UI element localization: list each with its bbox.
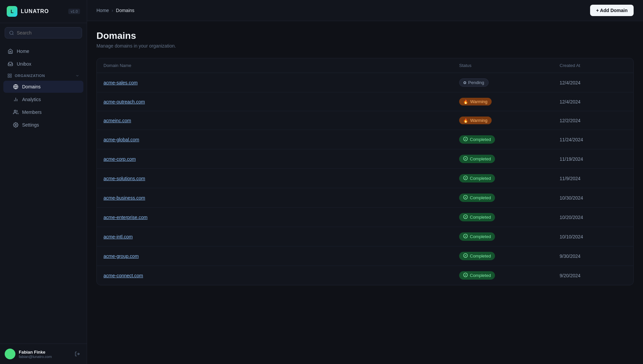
domain-link[interactable]: acme-global.com <box>103 137 139 142</box>
sidebar-item-analytics-label: Analytics <box>22 97 41 102</box>
search-container <box>0 23 87 43</box>
status-badge: 🔥 Warming <box>459 117 492 124</box>
domain-link[interactable]: acme-enterprise.com <box>103 215 148 220</box>
users-icon <box>13 109 19 115</box>
svg-rect-3 <box>10 76 11 77</box>
svg-point-0 <box>10 31 13 34</box>
domain-link[interactable]: acme-sales.com <box>103 80 138 85</box>
table-row[interactable]: acme-connect.com Completed 9/20/2024 <box>97 266 633 285</box>
inbox-icon <box>7 61 13 67</box>
status-text: Completed <box>470 137 491 142</box>
table-row[interactable]: acme-business.com Completed 10/30/2024 <box>97 188 633 208</box>
sidebar-item-analytics[interactable]: Analytics <box>3 93 83 105</box>
status-text: Completed <box>470 234 491 239</box>
avatar <box>5 349 15 359</box>
sidebar: L LUNATRO v1.0 Home Unib <box>0 0 87 364</box>
domain-link[interactable]: acme-group.com <box>103 253 139 259</box>
table-row[interactable]: acme-corp.com Completed 11/19/2024 <box>97 149 633 169</box>
table-row[interactable]: acme-global.com Completed 11/24/2024 <box>97 130 633 149</box>
domain-link[interactable]: acme-outreach.com <box>103 99 145 104</box>
topbar: Home › Domains + Add Domain <box>87 0 643 21</box>
check-icon <box>463 175 468 181</box>
domain-link[interactable]: acme-solutions.com <box>103 176 145 181</box>
search-box[interactable] <box>5 27 82 39</box>
fire-icon: 🔥 <box>463 99 468 104</box>
table-row[interactable]: acme-intl.com Completed 10/10/2024 <box>97 227 633 246</box>
table-row[interactable]: acme-group.com Completed 9/30/2024 <box>97 246 633 266</box>
domain-link[interactable]: acme-corp.com <box>103 156 136 162</box>
sidebar-item-settings[interactable]: Settings <box>3 119 83 131</box>
page-subtitle: Manage domains in your organization. <box>96 43 634 49</box>
created-at: 11/9/2024 <box>560 176 627 181</box>
status-text: Completed <box>470 253 491 259</box>
search-input[interactable] <box>17 30 78 35</box>
domain-link[interactable]: acmeinc.com <box>103 118 131 123</box>
domains-table: Domain Name Status Created At acme-sales… <box>96 58 634 285</box>
sidebar-item-home[interactable]: Home <box>3 45 83 57</box>
domain-link[interactable]: acme-intl.com <box>103 234 133 239</box>
table-row[interactable]: acmeinc.com 🔥 Warming 12/2/2024 <box>97 111 633 130</box>
chart-icon <box>13 96 19 102</box>
add-domain-button[interactable]: + Add Domain <box>590 5 634 16</box>
user-email: fabian@lunatro.com <box>19 355 69 359</box>
table-row[interactable]: acme-enterprise.com Completed 10/20/2024 <box>97 208 633 227</box>
app-name: LUNATRO <box>21 8 49 14</box>
content-area: Domains Manage domains in your organizat… <box>87 21 643 364</box>
created-at: 9/30/2024 <box>560 253 627 259</box>
logout-icon <box>75 351 80 357</box>
logout-button[interactable] <box>73 349 82 359</box>
domain-link[interactable]: acme-business.com <box>103 195 145 201</box>
status-badge: Completed <box>459 232 495 241</box>
check-icon <box>463 253 468 259</box>
main-content: Home › Domains + Add Domain Domains Mana… <box>87 0 643 364</box>
check-icon <box>463 156 468 162</box>
sidebar-item-home-label: Home <box>17 49 29 54</box>
sidebar-item-members[interactable]: Members <box>3 106 83 118</box>
check-icon <box>463 137 468 142</box>
created-at: 11/19/2024 <box>560 156 627 162</box>
nav-section: Home Unibox ORGANIZATION <box>0 43 87 344</box>
status-text: Warming <box>470 99 488 104</box>
breadcrumb-separator: › <box>112 8 113 13</box>
breadcrumb-current: Domains <box>116 8 134 13</box>
created-at: 10/20/2024 <box>560 215 627 220</box>
col-domain-name: Domain Name <box>103 63 459 68</box>
table-row[interactable]: acme-solutions.com Completed 11/9/2024 <box>97 169 633 188</box>
table-row[interactable]: acme-sales.com Pending 12/4/2024 <box>97 73 633 92</box>
page-title: Domains <box>96 30 634 41</box>
check-icon <box>463 195 468 201</box>
org-icon <box>7 73 12 78</box>
created-at: 11/24/2024 <box>560 137 627 142</box>
status-text: Completed <box>470 215 491 220</box>
breadcrumb-home[interactable]: Home <box>96 8 109 13</box>
col-created-at: Created At <box>560 63 627 68</box>
search-icon <box>9 30 14 35</box>
check-icon <box>463 234 468 239</box>
sidebar-item-domains-label: Domains <box>22 84 41 89</box>
svg-point-10 <box>14 110 16 112</box>
created-at: 9/20/2024 <box>560 273 627 278</box>
table-row[interactable]: acme-outreach.com 🔥 Warming 12/4/2024 <box>97 92 633 111</box>
fire-icon: 🔥 <box>463 118 468 123</box>
sidebar-item-members-label: Members <box>22 110 42 115</box>
sidebar-item-unibox-label: Unibox <box>17 61 31 67</box>
status-badge: 🔥 Warming <box>459 98 492 105</box>
status-text: Warming <box>470 118 488 123</box>
pending-icon <box>463 81 466 84</box>
globe-icon <box>13 84 19 90</box>
domain-link[interactable]: acme-connect.com <box>103 273 143 278</box>
status-text: Completed <box>470 273 491 278</box>
sidebar-item-domains[interactable]: Domains <box>3 81 83 93</box>
svg-rect-1 <box>8 74 9 75</box>
table-body: acme-sales.com Pending 12/4/2024 acme-ou… <box>97 73 633 285</box>
breadcrumb: Home › Domains <box>96 8 134 13</box>
settings-icon <box>13 122 19 128</box>
org-section-header[interactable]: ORGANIZATION <box>3 71 83 81</box>
status-badge: Completed <box>459 174 495 183</box>
status-badge: Pending <box>459 78 489 87</box>
logo-area: L LUNATRO v1.0 <box>0 0 87 23</box>
sidebar-item-unibox[interactable]: Unibox <box>3 58 83 70</box>
svg-rect-4 <box>8 76 9 77</box>
status-badge: Completed <box>459 213 495 221</box>
chevron-down-icon <box>75 74 79 78</box>
